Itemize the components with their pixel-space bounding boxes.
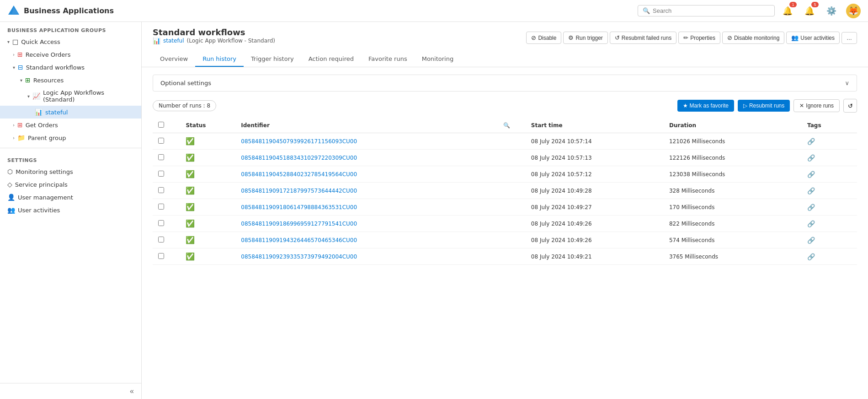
tags-link-icon[interactable]: 🔗 <box>807 138 815 145</box>
receive-orders-label: Receive Orders <box>26 51 71 58</box>
top-header: Business Applications 🔍 🔔 1 🔔 5 ⚙️ 🦊 <box>0 0 868 22</box>
row-checkbox[interactable] <box>158 220 164 226</box>
sidebar-item-receive-orders[interactable]: › ⊞ Receive Orders <box>0 48 141 61</box>
run-id-link[interactable]: 08584811909172187997573644442CU00 <box>241 188 357 194</box>
refresh-btn[interactable]: ↺ <box>843 99 857 113</box>
sidebar-item-service-principals[interactable]: ◇ Service principals <box>0 178 141 191</box>
run-id-link[interactable]: 08584811904528840232785419564CU00 <box>241 171 357 178</box>
monitoring-settings-label: Monitoring settings <box>16 168 73 175</box>
row-search-cell <box>498 248 525 265</box>
table-row: ✅ 08584811909239335373979492004CU00 08 J… <box>153 248 857 265</box>
alert-btn[interactable]: 🔔 5 <box>802 4 817 18</box>
run-id-link[interactable]: 08584811909239335373979492004CU00 <box>241 253 357 260</box>
select-all-checkbox[interactable] <box>158 122 164 128</box>
tab-monitoring[interactable]: Monitoring <box>415 52 461 67</box>
more-btn[interactable]: … <box>841 32 857 44</box>
tags-link-icon[interactable]: 🔗 <box>807 154 815 162</box>
disable-btn[interactable]: ⊘ Disable <box>526 32 561 44</box>
tags-link-icon[interactable]: 🔗 <box>807 187 815 194</box>
sidebar-item-logic-app-workflows[interactable]: ▾ 📈 Logic App Workflows (Standard) <box>0 86 141 106</box>
sidebar-item-standard-workflows[interactable]: ▾ ⊟ Standard workflows <box>0 61 141 74</box>
tab-favorite-runs[interactable]: Favorite runs <box>361 52 415 67</box>
row-checkbox[interactable] <box>158 204 164 210</box>
sidebar-item-user-management[interactable]: 👤 User management <box>0 191 141 204</box>
user-activities-icon: 👥 <box>7 206 15 214</box>
run-id-link[interactable]: 08584811909180614798884363531CU00 <box>241 204 357 210</box>
gear-icon: ⚙️ <box>826 6 836 16</box>
properties-btn[interactable]: ✏ Properties <box>678 32 720 44</box>
sidebar-item-parent-group[interactable]: › 📁 Parent group <box>0 131 141 144</box>
row-identifier: 08584811904528840232785419564CU00 <box>235 166 498 183</box>
run-id-link[interactable]: 08584811909194326446570465346CU00 <box>241 237 357 243</box>
logic-app-workflows-label: Logic App Workflows (Standard) <box>43 89 134 103</box>
row-checkbox[interactable] <box>158 237 164 243</box>
tags-link-icon[interactable]: 🔗 <box>807 253 815 260</box>
tab-run-history[interactable]: Run history <box>195 52 244 67</box>
avatar[interactable]: 🦊 <box>846 4 861 18</box>
row-checkbox[interactable] <box>158 187 164 193</box>
notification-bell-btn[interactable]: 🔔 1 <box>780 4 795 18</box>
more-icon: … <box>847 35 852 41</box>
search-input[interactable] <box>653 7 770 14</box>
collapse-sidebar-btn[interactable]: « <box>130 387 134 395</box>
user-management-label: User management <box>18 194 73 201</box>
app-title: Business Applications <box>24 6 114 15</box>
sidebar-item-resources[interactable]: ▾ ⊞ Resources <box>0 74 141 86</box>
mark-as-favorite-btn[interactable]: ★ Mark as favorite <box>677 100 734 112</box>
row-status: ✅ <box>180 216 235 232</box>
run-id-link[interactable]: 08584811904518834310297220309CU00 <box>241 155 357 161</box>
mark-favorite-label: Mark as favorite <box>690 102 729 109</box>
resubmit-failed-runs-btn[interactable]: ↺ Resubmit failed runs <box>610 32 676 44</box>
number-of-runs-label: Number of runs : 8 <box>159 102 210 109</box>
resources-arrow: ▾ <box>20 78 22 83</box>
resubmit-failed-label: Resubmit failed runs <box>622 35 671 41</box>
row-checkbox[interactable] <box>158 171 164 177</box>
runs-table-body: ✅ 08584811904507939926171156093CU00 08 J… <box>153 133 857 265</box>
user-activities-btn[interactable]: 👥 User activities <box>786 32 840 44</box>
table-row: ✅ 08584811904518834310297220309CU00 08 J… <box>153 150 857 166</box>
row-tags: 🔗 <box>802 199 857 216</box>
header-status: Status <box>180 118 235 133</box>
tags-link-icon[interactable]: 🔗 <box>807 171 815 178</box>
run-trigger-label: Run trigger <box>575 35 602 41</box>
sidebar-item-user-activities[interactable]: 👥 User activities <box>0 204 141 216</box>
run-trigger-btn[interactable]: ⚙ Run trigger <box>563 32 607 44</box>
ignore-runs-btn[interactable]: ✕ Ignore runs <box>793 99 840 112</box>
search-box[interactable]: 🔍 <box>638 5 775 16</box>
disable-monitoring-btn[interactable]: ⊘ Disable monitoring <box>722 32 784 44</box>
sidebar-item-get-orders[interactable]: › ⊞ Get Orders <box>0 119 141 131</box>
tags-link-icon[interactable]: 🔗 <box>807 237 815 244</box>
sidebar-item-monitoring-settings[interactable]: ⬡ Monitoring settings <box>0 165 141 178</box>
sidebar: BUSINESS APPLICATION GROUPS ▾ □ Quick Ac… <box>0 22 142 399</box>
sidebar-item-quick-access[interactable]: ▾ □ Quick Access <box>0 35 141 48</box>
table-header: Status Identifier 🔍 Start time Duration <box>153 118 857 133</box>
tags-link-icon[interactable]: 🔗 <box>807 220 815 227</box>
run-history-content: Optional settings ∨ Number of runs : 8 ★… <box>142 67 868 399</box>
resources-label: Resources <box>33 77 64 84</box>
identifier-search-icon[interactable]: 🔍 <box>503 122 510 129</box>
stateful-icon: 📊 <box>35 108 43 116</box>
resubmit-runs-btn[interactable]: ▷ Resubmit runs <box>738 100 790 112</box>
tab-overview[interactable]: Overview <box>153 52 195 67</box>
run-id-link[interactable]: 08584811909186996959127791541CU00 <box>241 221 357 227</box>
row-tags: 🔗 <box>802 150 857 166</box>
tags-link-icon[interactable]: 🔗 <box>807 204 815 211</box>
row-checkbox[interactable] <box>158 253 164 259</box>
optional-settings-header[interactable]: Optional settings ∨ <box>153 75 857 91</box>
row-start-time: 08 July 2024 10:49:28 <box>526 183 664 199</box>
run-id-link[interactable]: 08584811904507939926171156093CU00 <box>241 138 357 145</box>
row-tags: 🔗 <box>802 133 857 150</box>
row-checkbox[interactable] <box>158 138 164 144</box>
sidebar-item-stateful[interactable]: 📊 stateful <box>0 106 141 119</box>
settings-gear-btn[interactable]: ⚙️ <box>824 4 839 18</box>
row-identifier: 08584811909172187997573644442CU00 <box>235 183 498 199</box>
chevron-down-icon: ∨ <box>845 80 849 86</box>
row-start-time: 08 July 2024 10:57:14 <box>526 133 664 150</box>
standard-workflows-icon: ⊟ <box>18 64 23 71</box>
tab-trigger-history[interactable]: Trigger history <box>244 52 301 67</box>
tab-action-required[interactable]: Action required <box>301 52 361 67</box>
row-duration: 123038 Milliseconds <box>664 166 802 183</box>
row-checkbox[interactable] <box>158 154 164 160</box>
row-start-time: 08 July 2024 10:49:21 <box>526 248 664 265</box>
optional-settings-label: Optional settings <box>160 80 211 86</box>
